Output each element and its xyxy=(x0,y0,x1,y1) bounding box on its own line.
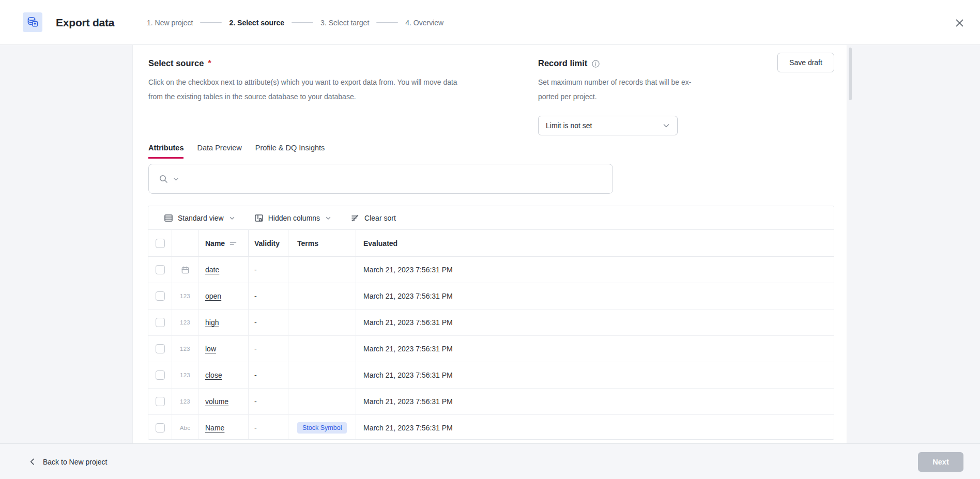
validity-cell: - xyxy=(249,336,288,362)
row-checkbox[interactable] xyxy=(156,318,165,327)
row-checkbox[interactable] xyxy=(156,370,165,380)
hidden-columns-icon xyxy=(254,213,264,223)
clear-sort-label: Clear sort xyxy=(364,214,396,222)
step-overview: 4. Overview xyxy=(405,19,443,27)
terms-cell xyxy=(288,310,356,335)
tab-bar: Attributes Data Preview Profile & DQ Ins… xyxy=(148,144,325,159)
sort-icon[interactable] xyxy=(229,240,237,246)
clear-sort-control[interactable]: Clear sort xyxy=(350,213,396,223)
table-toolbar: Standard view Hidden columns xyxy=(148,206,834,230)
save-draft-button[interactable]: Save draft xyxy=(777,53,834,72)
checkbox-cell xyxy=(148,336,172,362)
hidden-columns-label: Hidden columns xyxy=(268,214,320,222)
main-panel: Select source * Click on the checkbox ne… xyxy=(132,45,847,443)
type-cell: 123 xyxy=(172,362,198,388)
attribute-name-link[interactable]: low xyxy=(205,345,216,353)
name-cell: volume xyxy=(198,389,249,414)
chevron-down-icon[interactable] xyxy=(172,175,180,183)
table-row: 123close-March 21, 2023 7:56:31 PM xyxy=(148,362,834,389)
select-source-description: Click on the checkbox next to attribute(… xyxy=(148,75,457,104)
checkbox-cell xyxy=(148,257,172,283)
attributes-table: Standard view Hidden columns xyxy=(148,206,834,440)
name-column-label: Name xyxy=(205,239,225,248)
term-badge[interactable]: Stock Symbol xyxy=(297,422,347,434)
table-row: 123open-March 21, 2023 7:56:31 PM xyxy=(148,283,834,310)
row-checkbox[interactable] xyxy=(156,423,165,432)
close-icon[interactable] xyxy=(949,12,970,33)
type-cell: 123 xyxy=(172,310,198,335)
validity-cell: - xyxy=(249,389,288,414)
validity-cell: - xyxy=(249,310,288,335)
step-connector xyxy=(292,22,313,23)
record-limit-select[interactable]: Limit is not set xyxy=(538,116,678,135)
view-selector[interactable]: Standard view xyxy=(164,213,236,223)
validity-cell: - xyxy=(249,257,288,283)
select-all-cell xyxy=(148,230,172,256)
evaluated-cell: March 21, 2023 7:56:31 PM xyxy=(356,283,834,309)
wizard-stepper: 1. New project 2. Select source 3. Selec… xyxy=(147,0,443,45)
select-source-title: Select source xyxy=(148,58,204,68)
name-cell: date xyxy=(198,257,249,283)
terms-cell xyxy=(288,283,356,309)
table-body: date-March 21, 2023 7:56:31 PM123open-Ma… xyxy=(148,257,834,440)
search-input[interactable] xyxy=(186,175,605,183)
record-limit-title: Record limit xyxy=(538,58,587,68)
type-label: Abc xyxy=(180,425,191,431)
record-limit-heading: Record limit xyxy=(538,58,600,68)
view-selector-label: Standard view xyxy=(178,214,224,222)
checkbox-cell xyxy=(148,310,172,335)
tab-profile-dq-insights[interactable]: Profile & DQ Insights xyxy=(255,144,325,159)
tab-data-preview[interactable]: Data Preview xyxy=(197,144,241,159)
name-cell: high xyxy=(198,310,249,335)
type-label: 123 xyxy=(180,346,190,352)
step-connector xyxy=(200,22,222,23)
validity-column-header: Validity xyxy=(249,230,288,256)
row-checkbox[interactable] xyxy=(156,344,165,353)
chevron-down-icon xyxy=(228,214,236,222)
back-link-label: Back to New project xyxy=(43,458,108,466)
clear-sort-icon xyxy=(350,213,360,223)
step-select-source: 2. Select source xyxy=(229,19,284,27)
database-export-icon xyxy=(23,12,42,32)
name-column-header[interactable]: Name xyxy=(198,230,249,256)
chevron-down-icon xyxy=(662,121,671,130)
record-limit-description: Set maximum number of records that will … xyxy=(538,75,691,104)
evaluated-cell: March 21, 2023 7:56:31 PM xyxy=(356,389,834,414)
terms-column-header: Terms xyxy=(288,230,356,256)
attribute-name-link[interactable]: Name xyxy=(205,424,224,432)
row-checkbox[interactable] xyxy=(156,291,165,301)
info-icon[interactable] xyxy=(591,59,600,68)
evaluated-column-header: Evaluated xyxy=(356,230,834,256)
footer-bar: Back to New project Next xyxy=(0,443,980,479)
name-cell: open xyxy=(198,283,249,309)
attribute-name-link[interactable]: volume xyxy=(205,397,228,406)
type-label: 123 xyxy=(180,319,190,326)
page-title: Export data xyxy=(56,0,114,45)
attribute-name-link[interactable]: high xyxy=(205,318,219,327)
checkbox-cell xyxy=(148,415,172,440)
type-column-header xyxy=(172,230,198,256)
row-checkbox[interactable] xyxy=(156,265,165,274)
next-button[interactable]: Next xyxy=(918,452,963,472)
search-icon xyxy=(158,174,169,184)
name-cell: low xyxy=(198,336,249,362)
attribute-name-link[interactable]: date xyxy=(205,266,219,274)
attribute-name-link[interactable]: open xyxy=(205,292,221,300)
terms-cell xyxy=(288,336,356,362)
scrollbar-thumb[interactable] xyxy=(849,48,852,100)
table-row: 123volume-March 21, 2023 7:56:31 PM xyxy=(148,389,834,415)
back-to-new-project-link[interactable]: Back to New project xyxy=(28,444,108,479)
table-row: 123high-March 21, 2023 7:56:31 PM xyxy=(148,310,834,336)
select-source-heading: Select source * xyxy=(148,58,211,68)
evaluated-cell: March 21, 2023 7:56:31 PM xyxy=(356,336,834,362)
hidden-columns-control[interactable]: Hidden columns xyxy=(254,213,332,223)
tab-attributes[interactable]: Attributes xyxy=(148,144,183,159)
terms-cell xyxy=(288,257,356,283)
select-all-checkbox[interactable] xyxy=(156,239,165,248)
attribute-search xyxy=(148,164,613,194)
row-checkbox[interactable] xyxy=(156,397,165,406)
record-limit-value: Limit is not set xyxy=(546,121,662,130)
chevron-left-icon xyxy=(28,458,36,466)
attribute-name-link[interactable]: close xyxy=(205,371,222,379)
type-label: 123 xyxy=(180,398,190,405)
